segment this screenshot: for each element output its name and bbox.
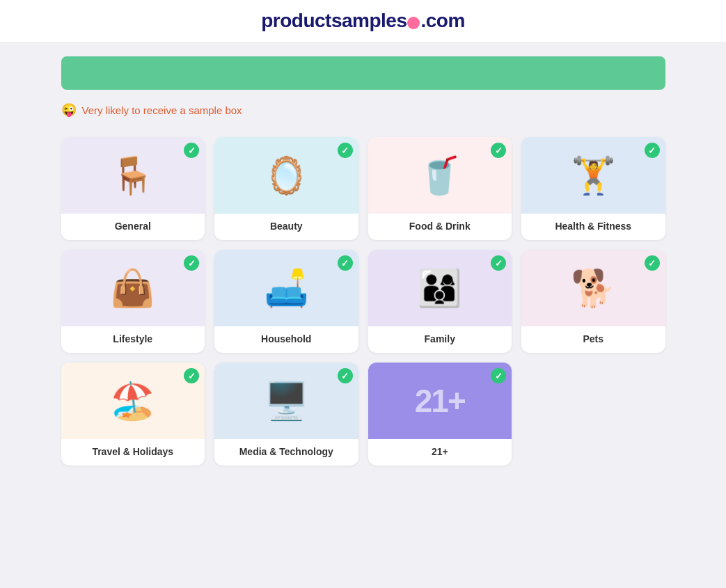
header: productsamples.com xyxy=(0,0,726,42)
category-card-household[interactable]: 🛋️Household xyxy=(214,250,358,353)
category-image-travel-holidays: 🏖️ xyxy=(61,363,205,439)
logo-prefix: productsamples xyxy=(261,10,407,31)
category-image-media-technology: 🖥️ xyxy=(214,363,358,439)
category-icon-general: 🪑 xyxy=(110,154,155,197)
check-badge-lifestyle xyxy=(184,255,199,271)
category-label-household: Household xyxy=(214,326,358,353)
category-label-lifestyle: Lifestyle xyxy=(61,326,205,353)
category-label-health-fitness: Health & Fitness xyxy=(521,214,665,240)
category-card-family[interactable]: 👨‍👩‍👦Family xyxy=(368,250,512,353)
category-card-travel-holidays[interactable]: 🏖️Travel & Holidays xyxy=(61,363,205,466)
category-label-media-technology: Media & Technology xyxy=(214,439,358,466)
check-badge-pets xyxy=(645,255,660,271)
category-card-food-drink[interactable]: 🥤Food & Drink xyxy=(368,137,512,240)
category-icon-family: 👨‍👩‍👦 xyxy=(417,267,462,310)
category-label-food-drink: Food & Drink xyxy=(368,214,512,240)
category-card-beauty[interactable]: 🪞Beauty xyxy=(214,137,358,240)
category-label-beauty: Beauty xyxy=(214,214,358,240)
check-badge-travel-holidays xyxy=(184,368,199,383)
category-card-lifestyle[interactable]: 👜Lifestyle xyxy=(61,250,205,353)
status-line: 😜 Very likely to receive a sample box xyxy=(61,102,665,118)
category-image-general: 🪑 xyxy=(61,137,205,214)
check-badge-beauty xyxy=(338,143,353,158)
check-badge-household xyxy=(338,255,353,271)
category-icon-pets: 🐕 xyxy=(571,267,616,310)
category-icon-food-drink: 🥤 xyxy=(417,154,462,197)
category-icon-beauty: 🪞 xyxy=(264,154,309,197)
logo-dot xyxy=(407,17,420,29)
category-image-pets: 🐕 xyxy=(521,250,665,326)
category-card-pets[interactable]: 🐕Pets xyxy=(521,250,665,353)
categories-grid: 🪑General🪞Beauty🥤Food & Drink🏋️Health & F… xyxy=(61,137,665,466)
check-badge-media-technology xyxy=(338,368,353,383)
category-label-family: Family xyxy=(368,326,512,353)
category-icon-lifestyle: 👜 xyxy=(110,267,155,310)
category-card-health-fitness[interactable]: 🏋️Health & Fitness xyxy=(521,137,665,240)
category-image-beauty: 🪞 xyxy=(214,137,358,214)
category-card-general[interactable]: 🪑General xyxy=(61,137,205,240)
status-text: Very likely to receive a sample box xyxy=(82,104,242,116)
category-label-21plus: 21+ xyxy=(368,439,512,466)
category-label-travel-holidays: Travel & Holidays xyxy=(61,439,205,466)
category-image-family: 👨‍👩‍👦 xyxy=(368,250,512,326)
category-image-lifestyle: 👜 xyxy=(61,250,205,326)
logo-suffix: .com xyxy=(420,10,464,31)
category-icon-travel-holidays: 🏖️ xyxy=(110,380,155,422)
check-badge-family xyxy=(491,255,506,271)
category-image-health-fitness: 🏋️ xyxy=(521,137,665,214)
status-emoji: 😜 xyxy=(61,102,77,118)
category-image-21plus: 21+ xyxy=(368,363,512,439)
check-badge-general xyxy=(184,143,199,158)
category-card-21plus[interactable]: 21+21+ xyxy=(368,363,512,466)
logo: productsamples.com xyxy=(261,10,465,32)
main-content: 😜 Very likely to receive a sample box 🪑G… xyxy=(50,42,677,493)
category-icon-health-fitness: 🏋️ xyxy=(571,154,616,197)
check-badge-health-fitness xyxy=(645,143,660,158)
category-image-household: 🛋️ xyxy=(214,250,358,326)
check-badge-food-drink xyxy=(491,143,506,158)
progress-bar xyxy=(61,56,665,90)
category-label-general: General xyxy=(61,214,205,240)
category-card-media-technology[interactable]: 🖥️Media & Technology xyxy=(214,363,358,466)
check-badge-21plus xyxy=(491,368,506,383)
category-icon-21plus: 21+ xyxy=(415,382,465,420)
category-icon-media-technology: 🖥️ xyxy=(264,380,309,422)
category-label-pets: Pets xyxy=(521,326,665,353)
category-icon-household: 🛋️ xyxy=(264,267,309,310)
category-image-food-drink: 🥤 xyxy=(368,137,512,214)
